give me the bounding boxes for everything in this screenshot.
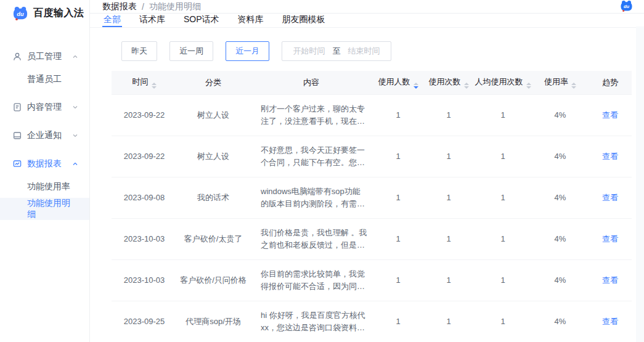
sidebar-subitem-label: 功能使用明细 [27,198,78,220]
view-link[interactable]: 查看 [602,152,618,161]
table-row: 2023-10-03 客户砍价/只问价格 你目前的需求比较简单，我觉得报价可能不… [112,259,632,301]
table-row: 2023-09-22 树立人设 不好意思，我今天正好要签一个合同，只能下午有空。… [112,136,632,177]
sidebar-item-employee-management[interactable]: 员工管理 [0,45,89,68]
tab-material-library[interactable]: 资料库 [237,14,265,27]
main-area: 数据报表 / 功能使用明细 du 全部 话术库 SOP话术 资料库 [90,0,644,342]
cell-avg-count: 1 [474,94,532,136]
cell-trend: 查看 [589,218,632,259]
sidebar-item-content-management[interactable]: 内容管理 [0,96,89,119]
cell-content: 不好意思，我今天正好要签一个合同，只能下午有空。您下午... [250,136,373,177]
tab-all[interactable]: 全部 [102,14,122,27]
cell-usage-rate: 4% [532,259,589,301]
view-link[interactable]: 查看 [602,110,618,120]
cell-users: 1 [373,177,423,218]
cell-avg-count: 1 [474,136,532,177]
chevron-up-icon [72,161,78,167]
chevron-up-icon [72,54,78,60]
table-row: 2023-09-22 树立人设 刚才一个客户过来，聊的太专注了，没注意看手机，现… [112,94,632,136]
start-date-placeholder: 开始时间 [293,46,325,57]
document-icon [12,102,22,112]
cell-use-count: 1 [423,177,474,218]
cell-trend: 查看 [589,259,632,301]
cell-content: 你目前的需求比较简单，我觉得报价可能不合适，因为同样产... [250,259,373,301]
cell-usage-rate: 4% [532,301,589,342]
table-header-row: 时间 分类 内容 使用人数 使用次数 [112,71,632,94]
sidebar-item-feature-usage-detail[interactable]: 功能使用明细 [0,198,89,220]
cell-use-count: 1 [423,259,474,301]
svg-text:du: du [624,4,630,9]
cell-users: 1 [373,259,423,301]
tab-sop-script[interactable]: SOP话术 [182,14,221,27]
date-range-separator: 至 [333,46,341,57]
view-link[interactable]: 查看 [602,193,618,202]
column-header-time[interactable]: 时间 [112,71,177,94]
cell-category: 客户砍价/太贵了 [177,218,250,259]
cell-category: 代理商sop/开场 [177,301,250,342]
sidebar-item-feature-usage-rate[interactable]: 功能使用率 [0,176,89,198]
app-window: du 百度输入法 员工管理 普通员工 [0,0,644,342]
category-tabbar: 全部 话术库 SOP话术 资料库 朋友圈模板 [90,14,644,28]
filter-last-week-button[interactable]: 近一周 [169,41,213,61]
svg-text:du: du [17,11,24,17]
scrollbar-track[interactable] [636,26,644,342]
filter-yesterday-button[interactable]: 昨天 [121,41,157,61]
chevron-down-icon [72,104,78,110]
cell-users: 1 [373,218,423,259]
column-header-use-count[interactable]: 使用次数 [423,71,474,94]
view-link[interactable]: 查看 [602,275,618,285]
sidebar-subitem-label: 普通员工 [27,74,62,85]
sidebar-item-regular-employee[interactable]: 普通员工 [0,68,89,91]
report-icon [12,159,22,169]
user-avatar-du-icon[interactable]: du [620,0,633,13]
sidebar-item-enterprise-notice[interactable]: 企业通知 [0,124,89,147]
cell-use-count: 1 [423,218,474,259]
brand-name: 百度输入法 [33,7,84,20]
breadcrumb: 数据报表 / 功能使用明细 [102,1,201,12]
column-header-trend: 趋势 [589,71,632,94]
cell-content: 刚才一个客户过来，聊的太专注了，没注意看手机，现在才回... [250,94,373,136]
tab-moments-template[interactable]: 朋友圈模板 [281,14,327,27]
content-panel: 昨天 近一周 近一月 开始时间 至 结束时间 [90,28,644,342]
cell-content: windows电脑端带有sop功能的版本目前内测阶段，有需要体... [250,177,373,218]
cell-time: 2023-09-22 [112,94,177,136]
usage-detail-table: 时间 分类 内容 使用人数 使用次数 [112,71,632,342]
time-filters: 昨天 近一周 近一月 开始时间 至 结束时间 [121,41,632,61]
cell-trend: 查看 [589,94,632,136]
sort-icon-desc-active [414,83,418,89]
cell-users: 1 [373,94,423,136]
cell-avg-count: 1 [474,301,532,342]
cell-avg-count: 1 [474,259,532,301]
cell-users: 1 [373,136,423,177]
cell-usage-rate: 4% [532,218,589,259]
date-range-picker[interactable]: 开始时间 至 结束时间 [282,41,391,61]
tab-script-library[interactable]: 话术库 [138,14,166,27]
sidebar: du 百度输入法 员工管理 普通员工 [0,0,90,342]
cell-use-count: 1 [423,94,474,136]
table-row: 2023-09-25 代理商sop/开场 hi 你好呀，我是百度官方核代xx，您… [112,301,632,342]
sidebar-item-label: 员工管理 [27,51,72,62]
cell-usage-rate: 4% [532,94,589,136]
view-link[interactable]: 查看 [602,317,618,326]
column-header-users[interactable]: 使用人数 [373,71,423,94]
cell-category: 树立人设 [177,136,250,177]
breadcrumb-current: 功能使用明细 [149,1,201,12]
cell-avg-count: 1 [474,177,532,218]
cell-category: 客户砍价/只问价格 [177,259,250,301]
table-row: 2023-10-03 客户砍价/太贵了 我们价格是贵，我也理解 。我之前也和老板… [112,218,632,259]
cell-category: 树立人设 [177,94,250,136]
column-header-usage-rate[interactable]: 使用率 [532,71,589,94]
sidebar-subitem-label: 功能使用率 [27,181,70,192]
sidebar-nav: 员工管理 普通员工 内容管理 [0,26,89,220]
sidebar-item-label: 数据报表 [27,158,72,169]
column-header-content: 内容 [250,71,373,94]
view-link[interactable]: 查看 [602,234,618,243]
breadcrumb-section[interactable]: 数据报表 [102,1,137,12]
sidebar-item-data-report[interactable]: 数据报表 [0,152,89,176]
cell-time: 2023-10-03 [112,218,177,259]
sort-icon [571,83,576,89]
filter-last-month-button[interactable]: 近一月 [226,41,269,61]
column-header-avg-count[interactable]: 人均使用次数 [474,71,532,94]
cell-trend: 查看 [589,177,632,218]
sort-icon [526,83,531,89]
sort-icon [464,83,469,89]
